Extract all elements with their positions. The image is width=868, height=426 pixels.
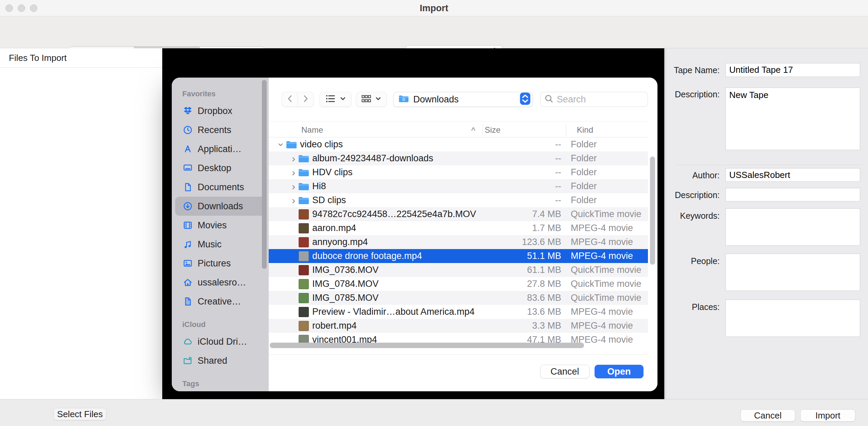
back-button[interactable] xyxy=(282,92,298,107)
disclosure-chevron-icon[interactable]: › xyxy=(289,154,298,163)
file-name: robert.mp4 xyxy=(312,321,357,331)
grid-view-icon xyxy=(361,94,372,105)
file-row-hi8[interactable]: › Hi8 -- Folder xyxy=(269,179,648,193)
dialog-open-button[interactable]: Open xyxy=(595,365,644,378)
description2-field[interactable] xyxy=(725,188,860,201)
column-header-size[interactable]: Size xyxy=(485,125,501,135)
table-header: Name ^ Size Kind xyxy=(269,121,648,137)
sidebar-item-shared[interactable]: Shared xyxy=(175,351,265,370)
download-circle-icon xyxy=(182,201,193,212)
file-row-aaron-mp4[interactable]: aaron.mp4 1.7 MB MPEG-4 movie xyxy=(269,221,648,235)
file-kind: MPEG-4 movie xyxy=(571,251,647,261)
file-size: 13.6 MB xyxy=(493,307,561,317)
file-row-img-0784-mov[interactable]: IMG_0784.MOV 27.8 MB QuickTime movie xyxy=(269,277,648,291)
video-thumbnail xyxy=(299,223,309,233)
sidebar-item-movies[interactable]: Movies xyxy=(175,216,265,235)
file-row-duboce-drone-footage-mp4[interactable]: duboce drone footage.mp4 51.1 MB MPEG-4 … xyxy=(269,249,648,263)
people-field[interactable] xyxy=(725,253,860,291)
tape-name-label: Tape Name: xyxy=(664,65,720,75)
file-size: -- xyxy=(493,153,561,164)
file-size: -- xyxy=(493,195,561,206)
file-row-img-0736-mov[interactable]: IMG_0736.MOV 61.1 MB QuickTime movie xyxy=(269,263,648,277)
author-label: Author: xyxy=(664,170,720,180)
sidebar-section-header-tags: Tags xyxy=(172,376,269,391)
forward-button[interactable] xyxy=(298,92,314,107)
file-name: SD clips xyxy=(312,195,346,206)
search-field[interactable] xyxy=(540,92,648,107)
description-field[interactable]: New Tape xyxy=(725,87,860,150)
dialog-main: Downloads Name ^ Size Kind › video clips… xyxy=(269,78,657,391)
tape-name-field[interactable] xyxy=(725,63,860,77)
group-view-button[interactable] xyxy=(356,92,387,107)
column-divider xyxy=(566,124,566,136)
list-divider xyxy=(269,355,648,355)
sidebar-item-label: Recents xyxy=(198,125,231,135)
sidebar-item-downloads[interactable]: Downloads xyxy=(175,197,265,216)
file-row-sd-clips[interactable]: › SD clips -- Folder xyxy=(269,193,648,207)
keywords-label: Keywords: xyxy=(664,211,720,221)
file-row-robert-mp4[interactable]: robert.mp4 3.3 MB MPEG-4 movie xyxy=(269,319,648,333)
video-thumbnail-icon xyxy=(298,307,310,317)
sidebar-item-dropbox[interactable]: Dropbox xyxy=(175,101,265,120)
author-field[interactable] xyxy=(725,168,860,182)
file-name: IMG_0736.MOV xyxy=(312,265,379,275)
sidebar-item-creative[interactable]: Creative… xyxy=(175,292,265,311)
sidebar-item-pictures[interactable]: Pictures xyxy=(175,254,265,273)
file-row-94782c7cc924458-225425e4a7b-mov[interactable]: 94782c7cc924458…225425e4a7b.MOV 7.4 MB Q… xyxy=(269,207,648,221)
location-value: Downloads xyxy=(413,94,519,105)
file-row-annyong-mp4[interactable]: annyong.mp4 123.6 MB MPEG-4 movie xyxy=(269,235,648,249)
import-button[interactable]: Import xyxy=(800,409,855,422)
document-icon xyxy=(182,182,193,193)
sidebar-item-label: Documents xyxy=(198,182,244,193)
video-thumbnail-icon xyxy=(298,223,310,233)
column-header-name[interactable]: Name xyxy=(301,125,323,135)
sidebar-scrollbar[interactable] xyxy=(262,80,267,269)
file-row-preview-vladimir-about-america-mp4[interactable]: Preview - Vladimir…about America.mp4 13.… xyxy=(269,305,648,319)
description-label: Description: xyxy=(664,89,720,99)
sidebar-item-ussalesro[interactable]: ussalesro… xyxy=(175,273,265,292)
video-thumbnail-icon xyxy=(298,321,310,331)
file-row-album-249234487-downloads[interactable]: › album-249234487-downloads -- Folder xyxy=(269,151,648,165)
sidebar-item-label: Pictures xyxy=(198,258,231,269)
sidebar-item-music[interactable]: Music xyxy=(175,235,265,254)
file-row-video-clips[interactable]: › video clips -- Folder xyxy=(269,137,648,151)
location-popup[interactable]: Downloads xyxy=(393,92,533,107)
sidebar-item-label: Shared xyxy=(198,356,227,366)
search-input[interactable] xyxy=(557,94,657,105)
vertical-scrollbar[interactable] xyxy=(650,157,655,265)
bottom-bar: Select Files Cancel Import xyxy=(0,399,868,426)
horizontal-scrollbar[interactable] xyxy=(270,343,584,348)
video-thumbnail xyxy=(299,321,309,331)
video-thumbnail xyxy=(299,209,309,219)
tape-metadata-panel: Tape Name: Description: New Tape Author:… xyxy=(664,48,868,399)
main-toolbar: Import Source: Video Camera File System … xyxy=(0,16,868,48)
file-size: 123.6 MB xyxy=(493,237,561,247)
list-view-button[interactable] xyxy=(320,92,351,107)
sidebar-section-header-icloud: iCloud xyxy=(172,317,269,332)
file-row-img-0785-mov[interactable]: IMG_0785.MOV 83.6 MB QuickTime movie xyxy=(269,291,648,305)
file-kind: MPEG-4 movie xyxy=(571,321,647,331)
disclosure-chevron-icon[interactable]: › xyxy=(277,140,286,149)
file-size: -- xyxy=(493,139,561,150)
column-header-kind[interactable]: Kind xyxy=(577,125,593,135)
file-row-hdv-clips[interactable]: › HDV clips -- Folder xyxy=(269,165,648,179)
downloads-folder-icon xyxy=(398,94,409,104)
sidebar-item-desktop[interactable]: Desktop xyxy=(175,159,265,178)
sidebar-item-icloud-dri[interactable]: iCloud Dri… xyxy=(175,332,265,351)
places-field[interactable] xyxy=(725,299,860,337)
cancel-button[interactable]: Cancel xyxy=(740,409,795,422)
sidebar-item-applicati[interactable]: Applicati… xyxy=(175,140,265,159)
keywords-field[interactable] xyxy=(725,208,860,246)
sidebar-item-documents[interactable]: Documents xyxy=(175,178,265,197)
forward-icon xyxy=(301,94,310,105)
file-name: IMG_0784.MOV xyxy=(312,279,379,289)
file-size: 27.8 MB xyxy=(493,279,561,289)
sidebar-item-recents[interactable]: Recents xyxy=(175,120,265,140)
disclosure-chevron-icon[interactable]: › xyxy=(289,168,298,177)
sidebar-item-label: Applicati… xyxy=(198,144,241,154)
stepper-icon xyxy=(519,92,531,106)
disclosure-chevron-icon[interactable]: › xyxy=(289,196,298,205)
disclosure-chevron-icon[interactable]: › xyxy=(289,182,298,191)
select-files-button[interactable]: Select Files xyxy=(53,408,106,420)
dialog-cancel-button[interactable]: Cancel xyxy=(540,365,589,378)
